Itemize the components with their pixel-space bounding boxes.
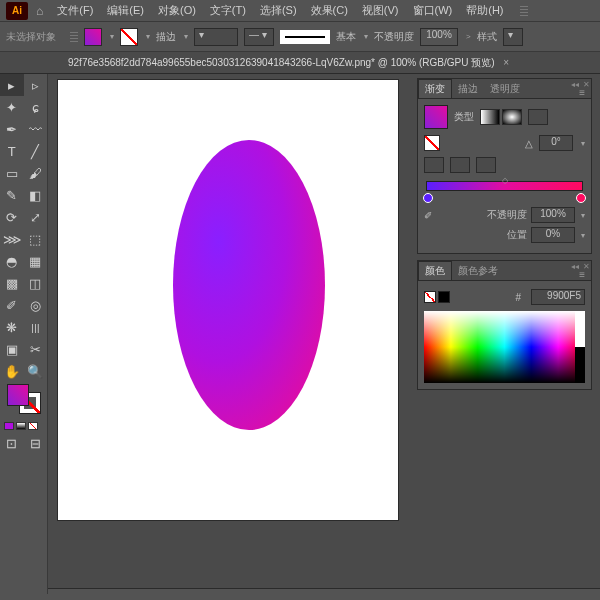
bottom-scrollbar[interactable]	[48, 588, 600, 594]
fill-swatch[interactable]	[84, 28, 102, 46]
slice-tool[interactable]: ✂	[24, 338, 48, 360]
hex-input[interactable]: 9900F5	[531, 289, 585, 305]
tab-color[interactable]: 颜色	[418, 261, 452, 280]
color-panel-close-icon[interactable]: ✕	[583, 262, 590, 271]
eyedropper-tool[interactable]: ✐	[0, 294, 24, 316]
stop-opacity-dropdown-icon[interactable]: ▾	[581, 211, 585, 220]
tool-panel: ▸ ▹ ✦ ɕ ✒ 〰 T ╱ ▭ 🖌 ✎ ◧ ⟳ ⤢ ⋙ ⬚ ◓ ▦ ▩ ◫ …	[0, 74, 48, 594]
tab-transparency[interactable]: 透明度	[484, 80, 526, 98]
fill-dropdown-icon[interactable]: ▾	[110, 32, 114, 41]
mesh-tool[interactable]: ▩	[0, 272, 24, 294]
gradient-ellipse-shape[interactable]	[173, 140, 325, 430]
change-screen-tool[interactable]: ⊟	[24, 432, 48, 454]
stroke-style-dropdown-icon[interactable]: ▾	[364, 32, 368, 41]
stop-position-input[interactable]: 0%	[531, 227, 575, 243]
spectrum-white[interactable]	[575, 311, 585, 347]
gradient-tool[interactable]: ◫	[24, 272, 48, 294]
menu-object[interactable]: 对象(O)	[152, 1, 202, 20]
gradient-freeform-button[interactable]	[528, 109, 548, 125]
stop-position-dropdown-icon[interactable]: ▾	[581, 231, 585, 240]
stroke-dropdown-icon[interactable]: ▾	[146, 32, 150, 41]
eraser-tool[interactable]: ◧	[24, 184, 48, 206]
stop-opacity-input[interactable]: 100%	[531, 207, 575, 223]
opacity-chevron-icon[interactable]: >	[466, 32, 471, 41]
gradient-preview-swatch[interactable]	[424, 105, 448, 129]
stroke-chevron-icon[interactable]: ▾	[184, 32, 188, 41]
paintbrush-tool[interactable]: 🖌	[24, 162, 48, 184]
opacity-input[interactable]: 100%	[420, 28, 458, 46]
stroke-gradient-across[interactable]	[476, 157, 496, 173]
hand-tool[interactable]: ✋	[0, 360, 24, 382]
menu-help[interactable]: 帮助(H)	[460, 1, 509, 20]
menu-text[interactable]: 文字(T)	[204, 1, 252, 20]
menu-file[interactable]: 文件(F)	[51, 1, 99, 20]
gradient-slider[interactable]: ◇	[426, 181, 583, 199]
stroke-label: 描边	[156, 30, 176, 44]
gradient-stop-right[interactable]	[576, 193, 586, 203]
scale-tool[interactable]: ⤢	[24, 206, 48, 228]
style-select[interactable]: ▾	[503, 28, 523, 46]
color-black-swatch[interactable]	[438, 291, 450, 303]
menu-select[interactable]: 选择(S)	[254, 1, 303, 20]
artboard	[58, 80, 398, 520]
magic-wand-tool[interactable]: ✦	[0, 96, 24, 118]
stroke-gradient-along[interactable]	[450, 157, 470, 173]
color-spectrum[interactable]	[424, 311, 585, 383]
menu-effect[interactable]: 效果(C)	[305, 1, 354, 20]
artboard-tool[interactable]: ▣	[0, 338, 24, 360]
pen-tool[interactable]: ✒	[0, 118, 24, 140]
gradient-stroke-swatch[interactable]	[424, 135, 440, 151]
gradient-radial-button[interactable]	[502, 109, 522, 125]
shape-builder-tool[interactable]: ◓	[0, 250, 24, 272]
tab-color-guide[interactable]: 颜色参考	[452, 262, 504, 280]
stroke-var-select[interactable]: — ▾	[244, 28, 274, 46]
home-icon[interactable]: ⌂	[36, 4, 43, 18]
spectrum-black[interactable]	[575, 347, 585, 383]
rotate-tool[interactable]: ⟳	[0, 206, 24, 228]
color-mode-swatches[interactable]	[0, 420, 47, 432]
line-tool[interactable]: ╱	[24, 140, 48, 162]
graph-tool[interactable]: ⫼	[24, 316, 48, 338]
panel-collapse-icon[interactable]: ◂◂	[571, 80, 579, 89]
gradient-linear-button[interactable]	[480, 109, 500, 125]
angle-dropdown-icon[interactable]: ▾	[581, 139, 585, 148]
rectangle-tool[interactable]: ▭	[0, 162, 24, 184]
tab-stroke[interactable]: 描边	[452, 80, 484, 98]
stop-position-label: 位置	[440, 228, 527, 242]
lasso-tool[interactable]: ɕ	[24, 96, 48, 118]
selection-tool[interactable]: ▸	[0, 74, 24, 96]
gradient-panel: 渐变 描边 透明度 ≡ 类型	[417, 78, 592, 254]
gradient-stop-left[interactable]	[423, 193, 433, 203]
type-tool[interactable]: T	[0, 140, 24, 162]
panel-close-icon[interactable]: ✕	[583, 80, 590, 89]
document-tab[interactable]: 92f76e3568f2dd784a99655bec50303126390418…	[60, 56, 517, 70]
color-panel-collapse-icon[interactable]: ◂◂	[571, 262, 579, 271]
stroke-gradient-within[interactable]	[424, 157, 444, 173]
free-transform-tool[interactable]: ⬚	[24, 228, 48, 250]
color-none-swatch[interactable]	[424, 291, 436, 303]
direct-selection-tool[interactable]: ▹	[24, 74, 48, 96]
width-tool[interactable]: ⋙	[0, 228, 24, 250]
style-label: 样式	[477, 30, 497, 44]
screen-mode-tool[interactable]: ⊡	[0, 432, 24, 454]
stroke-preview[interactable]	[280, 30, 330, 44]
menu-view[interactable]: 视图(V)	[356, 1, 405, 20]
menu-edit[interactable]: 编辑(E)	[101, 1, 150, 20]
angle-input[interactable]: 0°	[539, 135, 573, 151]
zoom-tool[interactable]: 🔍	[24, 360, 48, 382]
perspective-tool[interactable]: ▦	[24, 250, 48, 272]
menu-window[interactable]: 窗口(W)	[407, 1, 459, 20]
stroke-weight-select[interactable]: ▾	[194, 28, 238, 46]
blend-tool[interactable]: ◎	[24, 294, 48, 316]
curvature-tool[interactable]: 〰	[24, 118, 48, 140]
tab-gradient[interactable]: 渐变	[418, 79, 452, 98]
fill-stroke-indicator[interactable]	[0, 384, 47, 420]
symbol-sprayer-tool[interactable]: ❋	[0, 316, 24, 338]
eyedropper-icon[interactable]: ✐	[424, 210, 432, 221]
document-filename: 92f76e3568f2dd784a99655bec50303126390418…	[68, 57, 495, 68]
gradient-midpoint-icon[interactable]: ◇	[502, 176, 508, 185]
stroke-none-swatch[interactable]	[120, 28, 138, 46]
shaper-tool[interactable]: ✎	[0, 184, 24, 206]
menubar: Ai ⌂ 文件(F) 编辑(E) 对象(O) 文字(T) 选择(S) 效果(C)…	[0, 0, 600, 22]
close-tab-icon[interactable]: ×	[503, 57, 509, 68]
